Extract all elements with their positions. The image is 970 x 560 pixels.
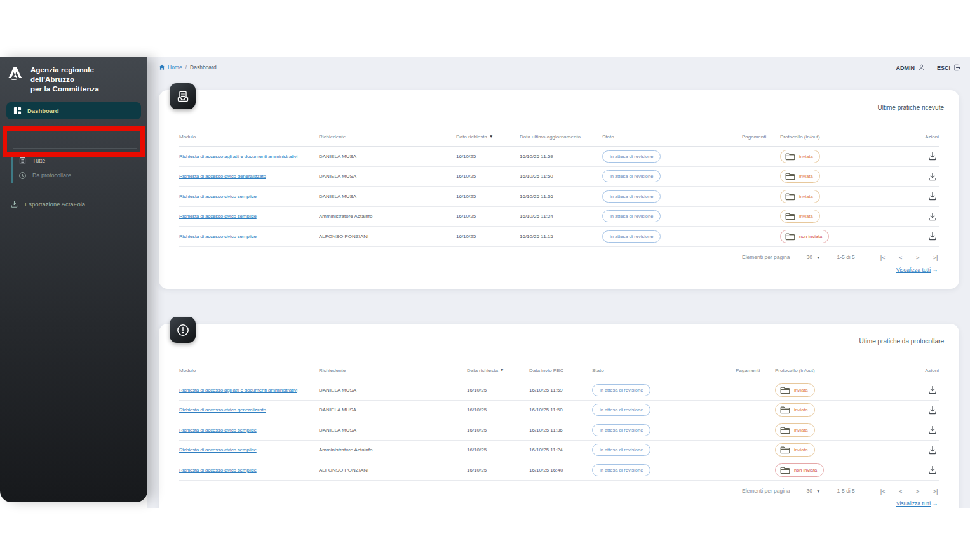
protocollo-badge: inviata <box>780 150 820 163</box>
download-button[interactable] <box>927 444 939 455</box>
stato-cell: in attesa di revisione <box>592 404 736 416</box>
sidebar-item-dashboard[interactable]: Dashboard <box>6 102 141 119</box>
table-row: Richiesta di accesso civico sempliceALFO… <box>179 227 939 247</box>
column-header-data-richiesta[interactable]: Data richiesta▼ <box>467 368 529 373</box>
card-title: Ultime pratiche ricevute <box>159 90 959 111</box>
table-row: Richiesta di accesso civico sempliceDANI… <box>179 420 939 441</box>
data-secondaria-cell: 16/10/25 11:59 <box>520 154 602 159</box>
sort-desc-icon: ▼ <box>489 134 493 138</box>
dashboard-grid-icon <box>13 107 22 115</box>
prev-page-button[interactable]: < <box>899 488 902 495</box>
stato-cell: in attesa di revisione <box>592 444 736 456</box>
column-header-pagamenti: Pagamenti <box>736 368 775 373</box>
view-all-link[interactable]: Visualizza tutti → <box>896 267 938 273</box>
azioni-cell <box>894 210 939 223</box>
modulo-link[interactable]: Richiesta di accesso civico semplice <box>179 467 319 473</box>
richiedente-cell: DANIELA MUSA <box>319 407 467 413</box>
status-badge: in attesa di revisione <box>592 384 650 396</box>
folder-icon <box>780 426 790 434</box>
download-button[interactable] <box>927 170 939 182</box>
sidebar-item-esportazione-actafoia[interactable]: Esportazione ActaFoia <box>10 200 147 208</box>
items-per-page-select[interactable]: 30 ▼ <box>807 254 821 260</box>
next-page-button[interactable]: > <box>916 254 919 261</box>
first-page-button[interactable]: |< <box>880 254 885 261</box>
data-secondaria-cell: 16/10/25 11:59 <box>529 387 592 393</box>
data-richiesta-cell: 16/10/25 <box>467 387 529 393</box>
modulo-link[interactable]: Richiesta di accesso civico semplice <box>179 447 319 453</box>
data-richiesta-cell: 16/10/25 <box>467 447 529 453</box>
modulo-link[interactable]: Richiesta di accesso agli atti e documen… <box>179 387 319 393</box>
sidebar-item-label: Tutte <box>32 157 45 164</box>
stato-cell: in attesa di revisione <box>602 190 742 203</box>
table-header-row: ModuloRichiedenteData richiesta▼Data ult… <box>179 128 939 147</box>
folder-icon <box>780 386 790 394</box>
download-button[interactable] <box>927 210 939 222</box>
column-header-azioni: Azioni <box>894 134 939 140</box>
agency-logo-icon <box>8 65 25 81</box>
download-button[interactable] <box>927 404 939 415</box>
download-button[interactable] <box>927 150 939 161</box>
card-title: Utime pratiche da protocollare <box>159 324 959 345</box>
breadcrumb-home-link[interactable]: Home <box>159 64 182 70</box>
inbox-document-icon <box>170 83 196 109</box>
modulo-link[interactable]: Richiesta di accesso civico generalizzat… <box>179 407 319 413</box>
download-icon <box>927 385 938 395</box>
richiedente-cell: DANIELA MUSA <box>319 194 456 199</box>
view-all-link[interactable]: Visualizza tutti → <box>896 500 938 507</box>
stato-cell: in attesa di revisione <box>602 170 742 182</box>
folder-icon <box>785 232 795 241</box>
data-richiesta-cell: 16/10/25 <box>456 154 520 159</box>
next-page-button[interactable]: > <box>916 488 919 495</box>
stato-cell: in attesa di revisione <box>602 210 742 222</box>
last-page-button[interactable]: >| <box>933 254 938 261</box>
status-badge: in attesa di revisione <box>592 404 650 416</box>
folder-icon <box>785 212 795 220</box>
download-button[interactable] <box>927 230 939 241</box>
azioni-cell <box>889 404 939 417</box>
last-page-button[interactable]: >| <box>933 488 938 495</box>
azioni-cell <box>894 150 939 163</box>
protocollo-cell: inviata <box>775 383 889 397</box>
person-icon <box>917 63 926 72</box>
download-button[interactable] <box>927 190 939 201</box>
sidebar: Agenzia regionale dell'Abruzzo per la Co… <box>0 57 147 502</box>
table-row: Richiesta di accesso civico generalizzat… <box>179 167 939 187</box>
folder-icon <box>780 406 790 414</box>
modulo-link[interactable]: Richiesta di accesso agli atti e documen… <box>179 154 319 159</box>
download-button[interactable] <box>927 423 939 435</box>
sidebar-item-tutte[interactable]: Tutte <box>13 154 147 168</box>
stato-cell: in attesa di revisione <box>592 464 736 476</box>
status-badge: in attesa di revisione <box>602 190 661 203</box>
modulo-link[interactable]: Richiesta di accesso civico generalizzat… <box>179 173 319 179</box>
download-button[interactable] <box>927 383 939 395</box>
card-ultime-pratiche-ricevute: Ultime pratiche ricevute ModuloRichieden… <box>159 90 959 289</box>
first-page-button[interactable]: |< <box>880 488 885 495</box>
modulo-link[interactable]: Richiesta di accesso civico semplice <box>179 234 319 239</box>
download-icon <box>927 191 938 201</box>
data-secondaria-cell: 16/10/25 11:50 <box>529 407 592 413</box>
column-header-data-richiesta[interactable]: Data richiesta▼ <box>456 134 520 140</box>
download-button[interactable] <box>927 463 939 475</box>
pagination: Elementi per pagina 30 ▼ 1-5 di 5 |< < >… <box>159 247 959 261</box>
folder-icon <box>780 466 790 474</box>
prev-page-button[interactable]: < <box>899 254 902 261</box>
data-richiesta-cell: 16/10/25 <box>467 467 529 473</box>
download-icon <box>927 405 938 415</box>
logout-icon <box>953 63 961 72</box>
table-row: Richiesta di accesso civico sempliceAmmi… <box>179 207 939 227</box>
logout-button[interactable]: ESCI <box>937 63 961 72</box>
items-per-page-select[interactable]: 30 ▼ <box>807 488 821 494</box>
modulo-link[interactable]: Richiesta di accesso civico semplice <box>179 194 319 199</box>
home-icon <box>159 64 165 70</box>
modulo-link[interactable]: Richiesta di accesso civico semplice <box>179 213 319 219</box>
breadcrumb-separator: / <box>185 64 187 70</box>
data-secondaria-cell: 16/10/25 11:36 <box>520 194 602 199</box>
sidebar-item-da-protocollare[interactable]: Da protocollare <box>13 168 147 183</box>
stato-cell: in attesa di revisione <box>602 150 742 163</box>
status-badge: in attesa di revisione <box>602 170 661 182</box>
items-per-page-label: Elementi per pagina <box>742 488 790 494</box>
clock-icon <box>18 171 27 180</box>
modulo-link[interactable]: Richiesta di accesso civico semplice <box>179 427 319 433</box>
breadcrumb: Home / Dashboard <box>159 64 217 70</box>
admin-menu-button[interactable]: ADMIN <box>896 63 926 72</box>
